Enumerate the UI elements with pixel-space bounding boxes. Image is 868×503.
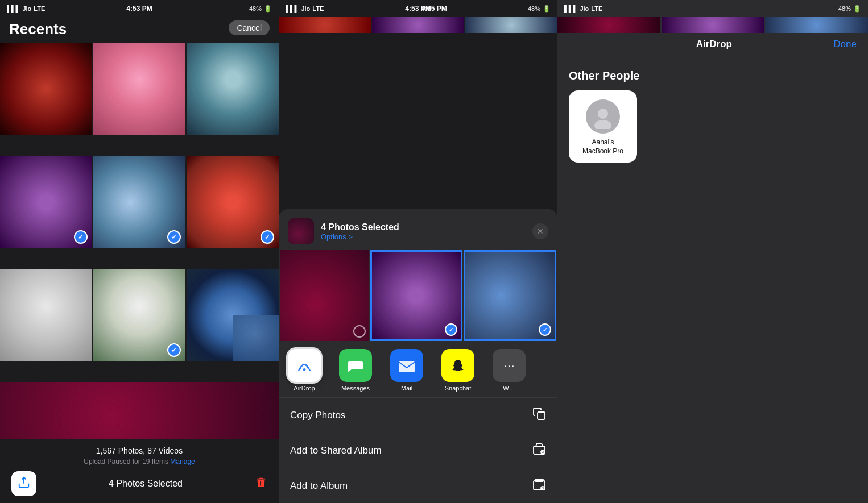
photo-cell-5[interactable] <box>93 156 185 248</box>
more-label: W… <box>503 385 515 392</box>
status-bar-1: ▌▌▌ Jio LTE 4:53 PM 48% 🔋 <box>0 0 279 17</box>
svg-point-1 <box>303 368 306 371</box>
photo-cell-2[interactable] <box>93 43 185 135</box>
photo-cell-8[interactable] <box>93 269 185 361</box>
status-right-3: 48% 🔋 <box>838 5 861 13</box>
carrier-1: Jio <box>22 5 31 12</box>
battery-1: 48% <box>249 5 262 12</box>
carrier-3: Jio <box>580 5 589 12</box>
status-left-3: ▌▌▌ Jio LTE <box>564 5 602 12</box>
time-1: 4:53 PM <box>126 5 152 13</box>
preview-photo-2[interactable] <box>370 250 463 341</box>
share-title-block: 4 Photos Selected Options > <box>321 222 532 241</box>
signal-icon-2: ▌▌▌ <box>286 5 299 12</box>
status-bar-2: ▌▌▌ Jio LTE 4:53 PM 48% 🔋 <box>279 0 557 17</box>
peer-card-aanal[interactable]: Aanal'sMacBook Pro <box>569 90 637 163</box>
photo-grid <box>0 43 279 382</box>
done-button[interactable]: Done <box>833 39 857 50</box>
more-icon-wrap: ··· <box>493 349 526 382</box>
copy-photos-label: Copy Photos <box>290 410 345 421</box>
select-check-6 <box>261 230 274 244</box>
mail-icon-wrap <box>390 349 423 382</box>
copy-photos-action[interactable]: Copy Photos <box>279 397 557 433</box>
snapchat-label: Snapchat <box>445 385 471 392</box>
messages-label: Messages <box>341 385 370 392</box>
signal-icon-3: ▌▌▌ <box>564 5 577 12</box>
photo-cell-9[interactable] <box>187 269 279 361</box>
share-sheet: 4 Photos Selected Options > ✕ <box>279 209 557 503</box>
photo-stats: 1,567 Photos, 87 Videos <box>9 446 270 455</box>
airdrop-label: AirDrop <box>294 385 315 392</box>
mail-label: Mail <box>401 385 412 392</box>
photo-cell-3[interactable] <box>187 43 279 135</box>
svg-rect-7 <box>535 479 543 481</box>
preview-photo-3[interactable] <box>464 250 556 341</box>
close-share-button[interactable]: ✕ <box>532 223 548 239</box>
peer-avatar-aanal <box>586 99 620 134</box>
action-list: Copy Photos Add to Shared Album <box>279 397 557 503</box>
status-left-2: ▌▌▌ Jio LTE <box>286 5 324 12</box>
share-sheet-title: 4 Photos Selected <box>321 222 532 232</box>
svg-point-0 <box>295 356 313 375</box>
share-button[interactable] <box>11 471 36 496</box>
photo-cell-4[interactable] <box>0 156 92 248</box>
footer-actions: 4 Photos Selected <box>9 471 270 496</box>
snapchat-icon-wrap <box>441 349 474 382</box>
svg-rect-2 <box>399 361 415 372</box>
airdrop-icon-wrap <box>288 349 321 382</box>
preview-photo-1[interactable] <box>280 250 369 341</box>
app-mail[interactable]: Mail <box>381 349 432 392</box>
app-more[interactable]: ··· W… <box>483 349 535 392</box>
gallery-header: Recents Cancel <box>0 17 279 43</box>
select-check-4 <box>74 230 88 244</box>
app-airdrop[interactable]: AirDrop <box>279 349 330 392</box>
carrier-2: Jio <box>301 5 310 12</box>
svg-point-9 <box>598 109 608 119</box>
preview-check-3 <box>539 323 551 336</box>
airdrop-title: AirDrop <box>696 39 732 50</box>
bottom-photo <box>0 382 279 439</box>
share-icon <box>18 476 30 491</box>
signal-icon: ▌▌▌ <box>7 5 20 12</box>
network-2: LTE <box>312 5 324 12</box>
select-check-5 <box>167 230 181 244</box>
app-snapchat[interactable]: Snapchat <box>432 349 483 392</box>
cancel-button[interactable]: Cancel <box>229 20 270 35</box>
other-people-section: Other People Aanal'sMacBook Pro <box>557 58 868 168</box>
add-shared-album-action[interactable]: Add to Shared Album <box>279 433 557 468</box>
manage-link[interactable]: Manage <box>170 458 195 465</box>
add-album-action[interactable]: Add to Album <box>279 468 557 503</box>
upload-status: Upload Paused for 19 Items Manage <box>9 458 270 465</box>
add-shared-album-icon <box>532 442 546 459</box>
photo-cell-6[interactable] <box>187 156 279 248</box>
status-bar-3: ▌▌▌ Jio LTE 4:55 PM 48% 🔋 <box>557 0 868 17</box>
top-photo-strip <box>279 17 557 33</box>
battery-2: 48% <box>528 5 540 12</box>
top-photo-strip-3 <box>557 17 868 33</box>
selected-count: 4 Photos Selected <box>109 479 183 489</box>
network-1: LTE <box>34 5 45 12</box>
preview-uncheck-1 <box>353 325 366 338</box>
svg-point-10 <box>594 120 611 129</box>
airdrop-header: space AirDrop Done <box>557 33 868 58</box>
gallery-footer: 1,567 Photos, 87 Videos Upload Paused fo… <box>0 439 279 503</box>
status-right-2: 48% 🔋 <box>528 5 551 13</box>
network-3: LTE <box>591 5 602 12</box>
share-sheet-header: 4 Photos Selected Options > ✕ <box>279 209 557 250</box>
copy-photos-icon <box>532 407 546 423</box>
battery-icon-3: 🔋 <box>853 5 861 13</box>
app-messages[interactable]: Messages <box>330 349 381 392</box>
svg-rect-3 <box>538 412 545 419</box>
battery-3: 48% <box>838 5 851 12</box>
share-options-link[interactable]: Options > <box>321 232 532 241</box>
battery-icon-2: 🔋 <box>543 5 551 13</box>
battery-icon-1: 🔋 <box>264 5 272 13</box>
status-left-1: ▌▌▌ Jio LTE <box>7 5 45 12</box>
recents-title: Recents <box>9 20 67 38</box>
photo-cell-1[interactable] <box>0 43 92 135</box>
preview-strip <box>279 250 557 341</box>
panel-gallery: ▌▌▌ Jio LTE 4:53 PM 48% 🔋 Recents Cancel <box>0 0 279 503</box>
panel-airdrop: ▌▌▌ Jio LTE 4:55 PM 48% 🔋 space AirDrop … <box>557 0 868 503</box>
delete-button[interactable] <box>255 476 267 491</box>
photo-cell-7[interactable] <box>0 269 92 361</box>
